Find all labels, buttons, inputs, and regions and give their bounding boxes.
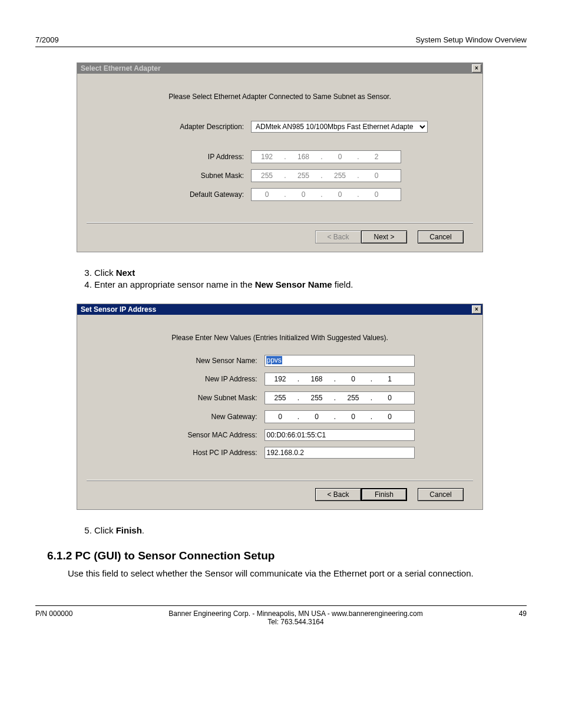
cancel-button[interactable]: Cancel: [418, 488, 464, 501]
instruction-steps-a: Click Next Enter an appropriate sensor n…: [71, 268, 527, 289]
dialog-separator: [87, 222, 473, 223]
dialog2-title: Set Sensor IP Address: [81, 305, 156, 314]
instruction-steps-b: Click Finish.: [71, 525, 527, 535]
sm-octet-2: [288, 170, 319, 181]
close-icon[interactable]: ×: [472, 305, 481, 314]
back-button: < Back: [315, 230, 361, 243]
new-ip-label: New IP Address:: [143, 370, 260, 388]
dialog-separator: [87, 480, 473, 481]
nip-octet-4[interactable]: [375, 374, 405, 384]
ip-address-field: . . .: [251, 150, 401, 163]
ip-octet-4: [361, 151, 392, 162]
footer-tel: Tel: 763.544.3164: [267, 618, 323, 626]
header-section: System Setup Window Overview: [415, 35, 527, 44]
default-gateway-label: Default Gateway:: [129, 186, 247, 203]
footer-pn: P/N 000000: [35, 610, 72, 618]
default-gateway-field: . . .: [251, 188, 401, 201]
subnet-mask-label: Subnet Mask:: [129, 167, 247, 185]
new-subnet-label: New Subnet Mask:: [143, 389, 260, 407]
ip-octet-3: [325, 151, 355, 162]
ip-octet-1: [252, 151, 282, 162]
ip-address-label: IP Address:: [129, 148, 247, 166]
nip-octet-3[interactable]: [338, 374, 369, 384]
adapter-description-select[interactable]: ADMtek AN985 10/100Mbps Fast Ethernet Ad…: [251, 121, 428, 133]
ip-octet-2: [288, 151, 319, 162]
sm-octet-3: [325, 170, 355, 181]
adapter-description-label: Adapter Description:: [129, 118, 247, 135]
select-ethernet-adapter-dialog: Select Ethernet Adapter × Please Select …: [77, 62, 483, 252]
section-body: Use this field to select whether the Sen…: [68, 568, 527, 578]
sm-octet-4: [361, 170, 392, 181]
nsm-octet-3[interactable]: [338, 393, 369, 403]
dialog2-prompt: Please Enter New Values (Entries Initial…: [92, 334, 467, 342]
footer-page-number: 49: [519, 610, 527, 618]
new-gateway-label: New Gateway:: [143, 408, 260, 426]
nsm-octet-1[interactable]: [265, 393, 296, 403]
section-heading: 6.1.2 PC (GUI) to Sensor Connection Setu…: [47, 549, 527, 562]
mac-address-field[interactable]: [265, 429, 415, 441]
host-pc-ip-label: Host PC IP Address:: [143, 444, 260, 461]
sm-octet-1: [252, 170, 282, 181]
new-subnet-field[interactable]: . . .: [265, 391, 415, 404]
gw-octet-4: [361, 189, 392, 200]
new-ip-field[interactable]: . . .: [265, 373, 415, 386]
ngw-octet-2[interactable]: [302, 411, 332, 422]
gw-octet-3: [325, 189, 355, 200]
close-icon[interactable]: ×: [472, 64, 481, 73]
gw-octet-2: [288, 189, 319, 200]
subnet-mask-field: . . .: [251, 169, 401, 182]
cancel-button[interactable]: Cancel: [418, 230, 464, 243]
dialog2-titlebar: Set Sensor IP Address ×: [77, 304, 482, 315]
new-sensor-name-label: New Sensor Name:: [143, 353, 260, 369]
new-sensor-name-field[interactable]: ppvs: [265, 355, 415, 367]
dialog1-prompt: Please Select Ethernet Adapter Connected…: [92, 93, 467, 101]
step-5: Click Finish.: [94, 525, 527, 535]
header-date: 7/2009: [35, 35, 59, 44]
set-sensor-ip-dialog: Set Sensor IP Address × Please Enter New…: [77, 304, 483, 510]
gw-octet-1: [252, 189, 282, 200]
new-gateway-field[interactable]: . . .: [265, 410, 415, 423]
ngw-octet-1[interactable]: [265, 411, 296, 422]
nsm-octet-4[interactable]: [375, 393, 405, 403]
host-pc-ip-field[interactable]: [265, 447, 415, 459]
page-footer: P/N 000000 Banner Engineering Corp. - Mi…: [35, 605, 527, 626]
nsm-octet-2[interactable]: [302, 393, 332, 403]
ngw-octet-4[interactable]: [375, 411, 405, 422]
nip-octet-1[interactable]: [265, 374, 296, 384]
back-button[interactable]: < Back: [315, 488, 361, 501]
finish-button[interactable]: Finish: [361, 488, 407, 501]
step-3: Click Next: [94, 268, 527, 278]
step-4: Enter an appropriate sensor name in the …: [94, 279, 527, 289]
nip-octet-2[interactable]: [302, 374, 332, 384]
ngw-octet-3[interactable]: [338, 411, 369, 422]
next-button[interactable]: Next >: [361, 230, 407, 243]
dialog1-titlebar: Select Ethernet Adapter ×: [77, 63, 482, 74]
dialog1-title: Select Ethernet Adapter: [81, 64, 161, 73]
page-header: 7/2009 System Setup Window Overview: [35, 29, 527, 47]
mac-address-label: Sensor MAC Address:: [143, 427, 260, 443]
footer-company: Banner Engineering Corp. - Minneapolis, …: [168, 610, 423, 618]
